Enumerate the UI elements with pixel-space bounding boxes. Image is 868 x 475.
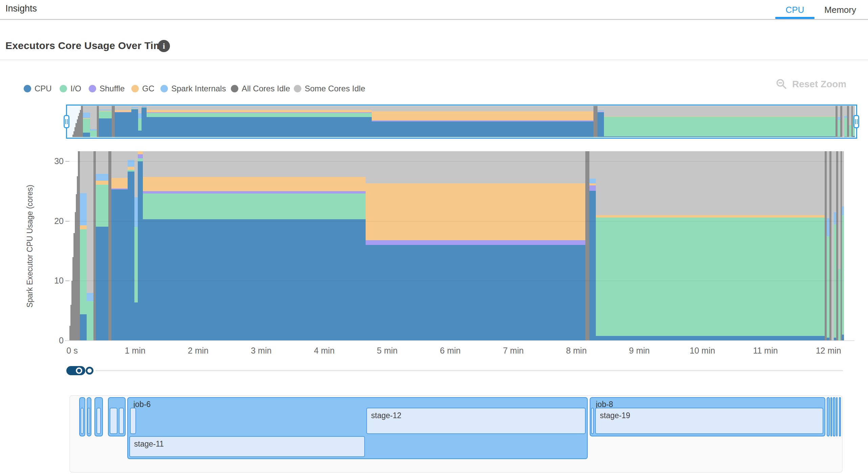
- some-cores-idle-area: [87, 151, 94, 293]
- spark_internals-area: [83, 113, 90, 118]
- all_cores_idle-area: [836, 106, 838, 137]
- some-cores-idle-area: [372, 106, 594, 111]
- cpu-area: [372, 121, 594, 137]
- gc-area: [138, 151, 143, 154]
- toggle-ring-icon[interactable]: [86, 367, 93, 375]
- all_cores_idle-area: [836, 151, 839, 341]
- io-area: [142, 107, 147, 107]
- x-tick-label-6-min: 6 min: [432, 346, 469, 356]
- gc-area: [83, 118, 90, 119]
- shuffle-area: [598, 112, 604, 113]
- shuffle-area: [589, 185, 596, 191]
- io-area: [99, 111, 112, 118]
- minimap-right-handle[interactable]: [853, 115, 859, 128]
- x-tick-label-11-min: 11 min: [747, 346, 784, 356]
- all_cores_idle-area: [841, 151, 842, 341]
- spark_internals-area: [838, 117, 840, 120]
- io-area: [838, 269, 841, 341]
- io-area: [604, 117, 836, 136]
- cpu-area: [80, 314, 87, 341]
- some-cores-idle-area: [844, 106, 847, 116]
- cpu-area: [138, 131, 142, 137]
- cpu-area: [604, 136, 836, 137]
- stage-block[interactable]: [81, 408, 84, 434]
- all_cores_idle-area: [93, 151, 96, 341]
- io-area: [90, 131, 97, 137]
- some-cores-idle-area: [834, 151, 837, 212]
- spark_internals-area: [844, 116, 847, 118]
- gc-area: [115, 110, 131, 112]
- y-tick-label-20: 20: [47, 216, 64, 226]
- gc-area: [96, 181, 109, 185]
- stage-block[interactable]: [110, 408, 117, 434]
- some-cores-idle-area: [849, 106, 851, 125]
- stage-block-stage-19[interactable]: stage-19: [595, 408, 823, 434]
- some-cores-idle-area: [83, 106, 90, 113]
- some-cores-idle-area: [99, 106, 112, 110]
- x-tick-label-5-min: 5 min: [369, 346, 406, 356]
- spark_internals-area: [598, 110, 604, 111]
- cpu-area: [131, 109, 138, 137]
- some-cores-idle-area: [138, 106, 142, 113]
- io-area: [147, 113, 372, 117]
- cpu-area: [598, 112, 604, 137]
- some-cores-idle-area: [842, 106, 845, 137]
- minimap-left-handle[interactable]: [64, 115, 69, 128]
- all_cores_idle-area: [840, 106, 843, 137]
- some-cores-idle-area: [128, 151, 135, 160]
- shuffle-area: [138, 154, 143, 158]
- all_cores_idle-area: [851, 106, 853, 137]
- spark_internals-area: [134, 197, 138, 227]
- stage-block-stage-12[interactable]: stage-12: [366, 408, 586, 434]
- spark_internals-area: [138, 113, 142, 118]
- io-area: [138, 158, 143, 161]
- all_cores_idle-area: [825, 151, 827, 341]
- cpu-area: [596, 336, 825, 341]
- gc-area: [147, 110, 372, 112]
- stage-block[interactable]: [119, 408, 124, 434]
- spark_internals-area: [87, 293, 94, 301]
- some-cores-idle-area: [111, 151, 128, 178]
- some-cores-idle-area: [147, 106, 372, 110]
- some-cores-idle-area: [115, 106, 131, 110]
- gc-area: [366, 183, 585, 240]
- cpu-area: [134, 302, 138, 341]
- job-block[interactable]: [827, 397, 830, 436]
- io-area: [596, 218, 825, 336]
- all_cores_idle-area: [78, 151, 80, 341]
- x-tick-label-4-min: 4 min: [306, 346, 343, 356]
- y-tick-label-0: 0: [47, 336, 64, 345]
- io-area: [134, 227, 138, 302]
- spark_internals-area: [589, 179, 596, 183]
- insights-page: Insights CPU Memory Executors Core Usage…: [0, 0, 868, 475]
- stage-block[interactable]: [96, 408, 101, 434]
- x-tick-label-10-min: 10 min: [684, 346, 721, 356]
- gc-area: [111, 178, 128, 188]
- all_cores_idle-area: [585, 151, 590, 341]
- toggle-knob-icon[interactable]: [76, 367, 82, 374]
- io-area: [87, 301, 94, 341]
- y-axis-title: Spark Executor CPU Usage (cores): [25, 175, 35, 317]
- job-block[interactable]: [833, 397, 836, 436]
- job-block[interactable]: [836, 397, 838, 436]
- io-area: [83, 119, 90, 133]
- stage-block[interactable]: [130, 408, 136, 434]
- job-timeline-panel: job-6stage-12stage-11job-8stage-19: [69, 395, 843, 473]
- x-tick-label-8-min: 8 min: [558, 346, 595, 356]
- some-cores-idle-area: [604, 106, 836, 116]
- spark_internals-area: [96, 174, 109, 180]
- stage-block[interactable]: [591, 408, 594, 434]
- job-block[interactable]: [830, 397, 832, 436]
- some-cores-idle-area: [366, 151, 585, 183]
- stage-block-stage-11[interactable]: stage-11: [129, 436, 365, 457]
- cpu-area: [827, 338, 829, 341]
- io-area: [844, 118, 847, 136]
- stage-block[interactable]: [88, 408, 90, 434]
- some-cores-idle-area: [143, 151, 366, 177]
- gc-area: [143, 177, 366, 191]
- x-tick-label-1-min: 1 min: [116, 346, 154, 356]
- job-block[interactable]: [839, 397, 841, 436]
- cpu-area: [147, 117, 372, 137]
- all_cores_idle-area: [829, 151, 832, 341]
- cpu-area: [143, 219, 366, 341]
